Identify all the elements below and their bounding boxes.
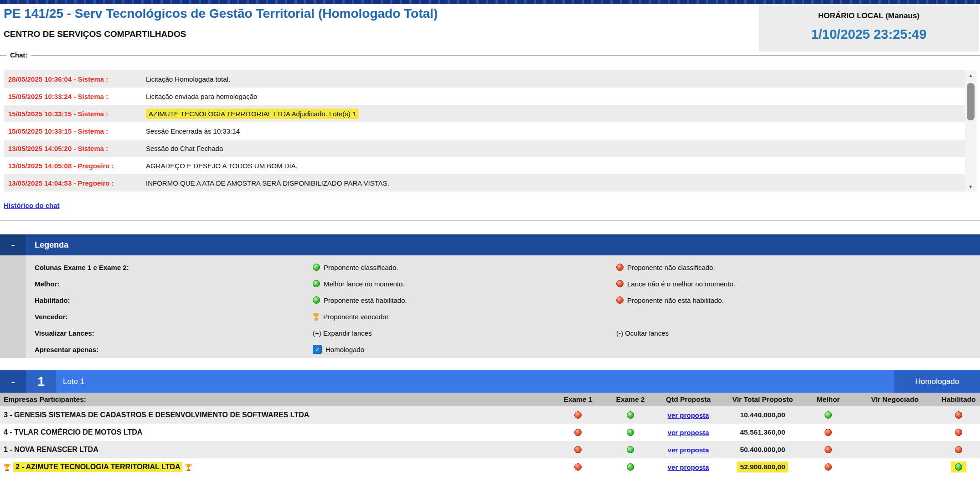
page-title: PE 141/25 - Serv Tecnológicos de Gestão … xyxy=(4,6,438,21)
chat-message-row: 13/05/2025 14:05:20 - Sistema : Sessão d… xyxy=(4,140,976,157)
legend-row-label: Melhor: xyxy=(35,275,59,292)
vlr-total-proposto-value: 45.561.360,00 xyxy=(740,428,785,436)
ver-proposta-link[interactable]: ver proposta xyxy=(668,463,709,471)
exame2-status-dot-icon xyxy=(627,446,634,453)
column-header-vlr-negociado: Vlr Negociado xyxy=(871,393,918,406)
scrollbar-thumb[interactable] xyxy=(967,83,975,120)
red-status-dot-icon xyxy=(616,264,624,271)
exame2-status-dot-icon xyxy=(627,463,634,471)
procurement-page: PE 141/25 - Serv Tecnológicos de Gestão … xyxy=(0,0,980,498)
scroll-up-button[interactable]: ▲ xyxy=(965,70,976,80)
chat-message-row: 15/05/2025 10:33:15 - Sistema : Sessão E… xyxy=(4,122,976,140)
legend-row: Visualizar Lances: (+) Expandir lances (… xyxy=(0,325,980,341)
legend-row: Colunas Exame 1 e Exame 2: Proponente cl… xyxy=(0,259,980,275)
column-header-qtd-proposta: Qtd Proposta xyxy=(666,393,711,406)
column-header-exame1: Exame 1 xyxy=(564,393,593,406)
chat-message-text: Sessão do Chat Fechada xyxy=(146,145,223,152)
chat-groupbox-border xyxy=(0,55,980,56)
chat-message-list: 28/05/2025 10:36:04 - Sistema : Licitaçã… xyxy=(4,70,976,192)
green-status-dot-icon xyxy=(313,296,320,304)
participants-table-header: Empresas Participantes: Exame 1 Exame 2 … xyxy=(0,393,980,406)
chat-message-text: INFORMO QUE A ATA DE AMOSTRA SERÁ DISPON… xyxy=(146,179,389,187)
top-banner-strip xyxy=(0,0,980,4)
melhor-status-dot-icon xyxy=(825,446,832,453)
chat-message-text: Sessão Encerrada às 10:33:14 xyxy=(146,127,240,135)
chat-message-row: 13/05/2025 14:05:08 - Pregoeiro : AGRADE… xyxy=(4,157,976,174)
legend-row-text: Proponente não está habilitado. xyxy=(627,296,724,304)
chat-message-text: Licitação enviada para homologação xyxy=(146,93,257,100)
chat-timestamp: 13/05/2025 14:04:53 - Pregoeiro : xyxy=(8,179,145,187)
ver-proposta-link[interactable]: ver proposta xyxy=(668,429,709,436)
melhor-status-dot-icon xyxy=(825,411,832,419)
chat-timestamp: 15/05/2025 10:33:15 - Sistema : xyxy=(8,127,145,135)
legend-row-label: Apresentar apenas: xyxy=(35,341,98,358)
legend-row-text: Lance não é o melhor no momento. xyxy=(627,280,735,288)
melhor-status-dot-icon xyxy=(825,429,832,436)
legend-row-text: Homologado xyxy=(325,346,364,353)
legend-panel-title: Legenda xyxy=(35,234,68,255)
habilitado-status-dot-icon xyxy=(955,446,962,453)
company-name: 4 - TVLAR COMÉRCIO DE MOTOS LTDA xyxy=(4,428,142,436)
legend-row-text: (+) Expandir lances xyxy=(313,329,372,337)
legend-row-text: Proponente está habilitado. xyxy=(324,296,407,304)
table-row: 3 - GENESIS SISTEMAS DE CADASTROS E DESE… xyxy=(0,406,980,424)
trophy-icon xyxy=(313,313,320,321)
legend-row: Melhor: Melhor lance no momento. Lance n… xyxy=(0,275,980,292)
green-status-dot-icon xyxy=(313,280,320,287)
legend-row: Habilitado: Proponente está habilitado. … xyxy=(0,292,980,308)
exame1-status-dot-icon xyxy=(574,446,582,453)
ver-proposta-link[interactable]: ver proposta xyxy=(668,446,709,454)
legend-panel-header: - Legenda xyxy=(0,234,980,255)
lot-collapse-button[interactable]: - xyxy=(0,370,26,393)
company-name: 1 - NOVA RENASCER LTDA xyxy=(4,446,98,454)
down-arrow-icon: ▼ xyxy=(969,184,973,189)
check-icon: ✓ xyxy=(315,346,320,353)
legend-panel-body: Colunas Exame 1 e Exame 2: Proponente cl… xyxy=(0,255,980,358)
chat-timestamp: 28/05/2025 10:36:04 - Sistema : xyxy=(8,75,145,83)
chat-history-link[interactable]: Histórico do chat xyxy=(4,202,60,209)
chat-message-row: 15/05/2025 10:33:15 - Sistema : AZIMUTE … xyxy=(4,105,976,122)
chat-groupbox-label: Chat: xyxy=(6,51,31,59)
homologado-checkbox[interactable]: ✓ xyxy=(313,345,322,354)
table-row: 4 - TVLAR COMÉRCIO DE MOTOS LTDA ver pro… xyxy=(0,424,980,441)
legend-row-text: Proponente vencedor. xyxy=(323,313,390,321)
chat-message-text: AGRADEÇO E DESEJO A TODOS UM BOM DIA. xyxy=(146,162,298,170)
chat-timestamp: 15/05/2025 10:33:24 - Sistema : xyxy=(8,93,145,100)
section-divider xyxy=(0,220,980,221)
habilitado-status-dot-icon xyxy=(955,463,962,471)
red-status-dot-icon xyxy=(616,280,624,287)
legend-row-text: Melhor lance no momento. xyxy=(324,280,405,288)
column-header-habilitado: Habilitado xyxy=(942,393,976,406)
column-header-melhor: Melhor xyxy=(817,393,840,406)
column-header-empresas: Empresas Participantes: xyxy=(4,393,86,406)
organization-title: CENTRO DE SERVIÇOS COMPARTILHADOS xyxy=(4,29,186,39)
exame2-status-dot-icon xyxy=(627,411,634,419)
chat-message-row: 28/05/2025 10:36:04 - Sistema : Licitaçã… xyxy=(4,70,976,88)
local-time-label: HORÁRIO LOCAL (Manaus) xyxy=(759,11,979,21)
lot-number-badge: 1 xyxy=(26,370,56,393)
participants-table-body: 3 - GENESIS SISTEMAS DE CADASTROS E DESE… xyxy=(0,406,980,476)
up-arrow-icon: ▲ xyxy=(969,73,973,78)
legend-row-label: Habilitado: xyxy=(35,292,70,308)
legend-row-text: Proponente não classificado. xyxy=(627,264,715,271)
exame2-status-dot-icon xyxy=(627,429,634,436)
local-time-panel: HORÁRIO LOCAL (Manaus) 1/10/2025 23:25:4… xyxy=(759,4,979,52)
lot-title: Lote 1 xyxy=(63,370,84,393)
chat-timestamp: 13/05/2025 14:05:08 - Pregoeiro : xyxy=(8,162,145,170)
green-status-dot-icon xyxy=(313,264,320,271)
legend-collapse-button[interactable]: - xyxy=(0,234,26,255)
trophy-icon xyxy=(4,463,10,471)
table-row-winner: 2 - AZIMUTE TECNOLOGIA TERRITORIAL LTDA … xyxy=(0,458,980,476)
lot-status-badge: Homologado xyxy=(894,370,980,393)
melhor-status-dot-icon xyxy=(825,463,832,471)
company-name: 3 - GENESIS SISTEMAS DE CADASTROS E DESE… xyxy=(4,411,309,419)
vlr-total-proposto-value: 10.440.000,00 xyxy=(740,411,785,419)
scroll-down-button[interactable]: ▼ xyxy=(965,182,976,192)
chat-message-text: Licitação Homologada total. xyxy=(146,75,230,83)
chat-message-row: 15/05/2025 10:33:24 - Sistema : Licitaçã… xyxy=(4,88,976,105)
chat-scrollbar[interactable]: ▲ ▼ xyxy=(965,70,976,192)
legend-row: Vencedor: Proponente vencedor. xyxy=(0,308,980,325)
company-name: 2 - AZIMUTE TECNOLOGIA TERRITORIAL LTDA xyxy=(13,462,182,472)
vlr-total-proposto-value: 50.400.000,00 xyxy=(740,446,785,454)
ver-proposta-link[interactable]: ver proposta xyxy=(668,411,709,419)
